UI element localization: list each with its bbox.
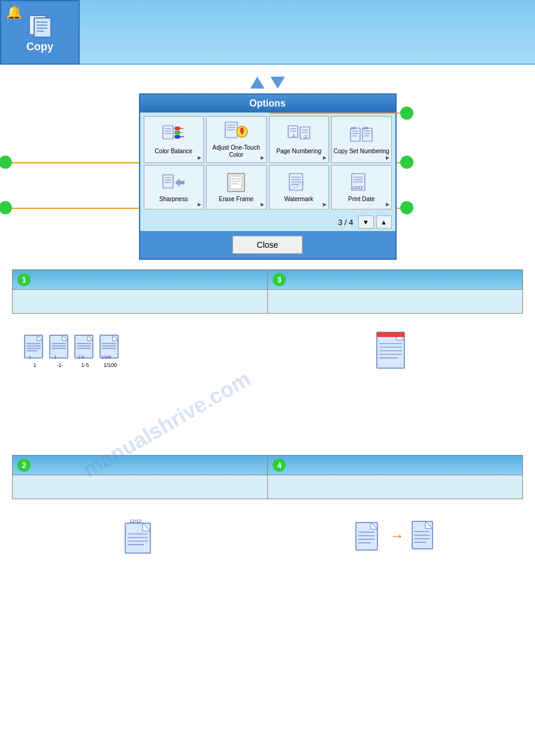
doc-icon-1: 1 1	[24, 335, 46, 368]
svg-rect-30	[350, 128, 360, 141]
green-dot-middle-right	[400, 156, 413, 169]
svg-text:-2-: -2-	[303, 135, 309, 139]
orange-line-top	[270, 113, 413, 114]
page-numbering-icon: -1- -2-	[286, 124, 312, 145]
doc-icon-date: 12/12	[125, 517, 155, 554]
options-dialog-wrapper: Options	[139, 93, 397, 260]
options-dialog: Options	[139, 93, 397, 260]
option-watermark[interactable]: COPY Watermark ▶	[269, 165, 330, 210]
option-erase-frame[interactable]: Erase Frame ▶	[206, 165, 267, 210]
info-box-2: 2	[12, 455, 268, 499]
info-num-1: 1	[17, 273, 31, 286]
up-arrow[interactable]	[250, 77, 265, 89]
adjust-one-touch-label: Adjust One-Touch Color	[208, 144, 265, 159]
info-num-2: 2	[17, 459, 31, 472]
option-copy-set-numbering[interactable]: 1/1 1/2 Copy Set Numbering ▶	[331, 116, 392, 163]
info-box-4: 4	[268, 455, 523, 499]
down-arrow[interactable]	[271, 77, 285, 89]
doc-icon-2: -1- -1-	[49, 335, 71, 368]
svg-text:12/12: 12/12	[129, 518, 142, 524]
option-adjust-one-touch[interactable]: Adjust One-Touch Color ▶	[206, 116, 267, 163]
main-content: Options	[0, 65, 535, 572]
orange-line-mid	[12, 162, 139, 163]
print-date-arrow: ▶	[386, 202, 389, 207]
doc-label-4: 1/100	[104, 362, 117, 368]
info-box-3: 3	[268, 269, 523, 314]
option-page-numbering[interactable]: -1- -2- Page Numbering ▶	[269, 116, 330, 163]
watermark-arrow: ▶	[323, 202, 327, 207]
print-date-icon: 12/12	[349, 172, 374, 193]
info-num-4: 4	[273, 459, 286, 472]
svg-text:1: 1	[29, 355, 31, 359]
adjust-one-touch-arrow: ▶	[261, 155, 264, 160]
svg-rect-40	[163, 175, 173, 188]
svg-text:12/12: 12/12	[352, 186, 363, 190]
svg-rect-35	[362, 128, 372, 141]
svg-text:1/100: 1/100	[101, 355, 111, 359]
page-info: 3 / 4	[338, 218, 353, 227]
info-box-1: 1	[12, 269, 268, 314]
svg-rect-11	[175, 131, 180, 134]
green-dot-middle-left	[0, 156, 12, 169]
sharpness-label: Sharpness	[159, 196, 188, 203]
watermark-icon: COPY	[286, 172, 312, 193]
svg-text:-1-: -1-	[291, 133, 297, 138]
info-box-2-body	[13, 475, 267, 499]
adjust-one-touch-icon	[223, 120, 249, 142]
icons-row-2: 12/12 →	[12, 505, 523, 566]
info-box-4-header: 4	[268, 456, 522, 475]
erase-frame-arrow: ▶	[261, 202, 264, 207]
erase-frame-label: Erase Frame	[219, 196, 253, 203]
page-up-btn[interactable]: ▲	[376, 215, 392, 229]
info-box-3-header: 3	[268, 270, 522, 289]
green-dot-bottom-right	[400, 201, 413, 214]
info-box-4-body	[268, 475, 522, 499]
nav-arrows	[12, 77, 523, 89]
svg-rect-6	[163, 126, 173, 139]
info-box-2-header: 2	[13, 456, 267, 475]
print-date-label: Print Date	[348, 196, 374, 203]
info-box-1-body	[13, 289, 267, 313]
svg-rect-45	[230, 176, 242, 189]
svg-point-21	[240, 127, 244, 131]
icons-right-1	[268, 320, 518, 383]
doc-icon-3: 1-5 1-5	[74, 335, 96, 368]
close-row: Close	[140, 231, 395, 259]
copy-set-numbering-icon: 1/1 1/2	[349, 124, 374, 145]
page-down-btn[interactable]: ▼	[358, 215, 374, 229]
svg-text:1-5: 1-5	[78, 355, 84, 359]
color-balance-label: Color Balance	[155, 148, 192, 155]
option-color-balance[interactable]: Color Balance ▶	[144, 116, 204, 163]
svg-text:1/2: 1/2	[363, 126, 368, 130]
doc-icon-4: 1/100 1/100	[99, 335, 121, 368]
copy-set-numbering-label: Copy Set Numbering	[334, 148, 389, 155]
page-numbering-label: Page Numbering	[276, 148, 321, 155]
options-grid: Color Balance ▶	[140, 113, 395, 213]
svg-rect-87	[377, 332, 404, 337]
copy-icon-area: Copy	[26, 12, 55, 53]
info-box-3-body	[268, 289, 522, 313]
info-section-1: 1 3	[12, 269, 523, 314]
copy-button[interactable]: 🔔 Copy	[0, 0, 80, 65]
info-section-2: 2 4	[12, 455, 523, 499]
close-button[interactable]: Close	[232, 236, 303, 254]
sharpness-icon	[161, 172, 186, 193]
pagination-row: 3 / 4 ▼ ▲	[140, 213, 395, 231]
page-numbering-arrow: ▶	[323, 155, 327, 160]
doc-label-1: 1	[33, 362, 36, 368]
svg-rect-10	[175, 127, 180, 130]
color-balance-icon	[161, 124, 186, 145]
option-print-date[interactable]: 12/12 Print Date ▶	[331, 165, 392, 210]
copy-arrow-icon: →	[390, 527, 404, 544]
sharpness-arrow: ▶	[198, 202, 201, 207]
svg-rect-12	[175, 135, 180, 138]
erase-frame-icon	[223, 172, 249, 193]
icons-row-1: 1 1 -1- -1-	[12, 320, 523, 383]
svg-rect-1	[34, 18, 51, 37]
bell-icon: 🔔	[6, 5, 22, 20]
svg-text:1/1: 1/1	[351, 126, 356, 130]
option-sharpness[interactable]: Sharpness ▶	[144, 165, 204, 210]
green-dot-bottom-left	[0, 201, 12, 214]
orange-line-bot	[12, 208, 139, 209]
color-balance-arrow: ▶	[198, 155, 201, 160]
